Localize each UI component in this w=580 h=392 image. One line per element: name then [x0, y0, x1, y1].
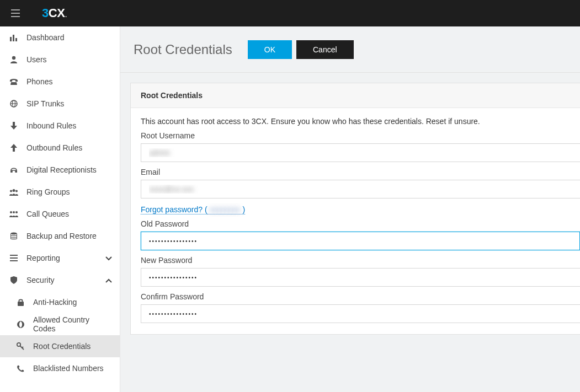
svg-rect-5 [15, 38, 17, 41]
panel-description: This account has root access to 3CX. Ens… [141, 117, 580, 126]
sidebar-label: Phones [26, 77, 112, 86]
globe-thick-icon [14, 321, 26, 328]
email-label: Email [141, 168, 580, 176]
root-username-input[interactable] [141, 143, 580, 162]
svg-rect-0 [11, 9, 20, 10]
svg-rect-19 [10, 255, 18, 256]
sidebar-subitem-root-credentials[interactable]: Root Credentials [0, 335, 120, 357]
ok-button[interactable]: OK [248, 40, 292, 59]
svg-point-16 [13, 211, 15, 213]
sidebar-label: Blacklisted Numbers [33, 364, 112, 373]
sidebar-item-ring-groups[interactable]: Ring Groups [0, 181, 120, 203]
logo-cx: CX [49, 6, 65, 20]
sidebar-item-digital-receptionists[interactable]: Digital Receptionists [0, 159, 120, 181]
forgot-password-link[interactable]: Forgot password? (xxxxxxxx) [141, 205, 245, 214]
top-bar: 3CX. [0, 0, 580, 26]
svg-point-17 [15, 211, 18, 213]
sidebar-item-dashboard[interactable]: Dashboard [0, 26, 120, 49]
queue-icon [8, 211, 20, 217]
page-title: Root Credentials [134, 42, 232, 57]
sidebar-label: Users [26, 55, 112, 64]
arrow-up-icon [8, 144, 20, 152]
sidebar-label: Security [26, 276, 105, 284]
sidebar-label: SIP Trunks [26, 99, 112, 108]
svg-rect-20 [10, 257, 18, 259]
svg-point-13 [10, 190, 12, 192]
svg-rect-11 [15, 170, 17, 173]
sidebar-item-outbound-rules[interactable]: Outbound Rules [0, 137, 120, 159]
sidebar-item-call-queues[interactable]: Call Queues [0, 203, 120, 225]
chevron-down-icon [105, 254, 112, 262]
new-password-input[interactable] [141, 268, 580, 287]
svg-point-15 [10, 211, 12, 213]
users-group-icon [8, 189, 20, 196]
sidebar-subitem-allowed-country-codes[interactable]: Allowed Country Codes [0, 313, 120, 335]
key-icon [14, 342, 26, 350]
email-input[interactable] [141, 180, 580, 198]
user-icon [8, 56, 20, 63]
logo-dot: . [65, 12, 66, 18]
phone-old-icon [8, 78, 20, 85]
forgot-password-row: Forgot password? (xxxxxxxx) [141, 205, 580, 214]
svg-point-12 [13, 189, 15, 192]
sidebar-label: Inbound Rules [26, 121, 112, 130]
new-password-label: New Password [141, 256, 580, 265]
sidebar-item-sip-trunks[interactable]: SIP Trunks [0, 93, 120, 115]
svg-rect-10 [10, 170, 12, 173]
sidebar-label: Root Credentials [33, 342, 112, 351]
headset-icon [8, 166, 20, 174]
list-icon [8, 255, 20, 261]
sidebar-label: Dashboard [26, 33, 112, 42]
logo-3: 3 [42, 6, 49, 20]
sidebar-label: Call Queues [26, 210, 112, 218]
globe-icon [8, 100, 20, 108]
sidebar-label: Reporting [26, 254, 105, 262]
sidebar-label: Backup and Restore [26, 232, 112, 240]
sidebar-label: Digital Receptionists [26, 165, 112, 174]
confirm-password-input[interactable] [141, 304, 580, 323]
chevron-up-icon [105, 276, 112, 284]
svg-rect-4 [13, 35, 14, 41]
svg-rect-3 [10, 37, 12, 41]
sidebar-item-users[interactable]: Users [0, 49, 120, 71]
main-content: Root Credentials OK Cancel Root Credenti… [120, 26, 580, 392]
svg-point-6 [12, 56, 15, 60]
sidebar-item-security[interactable]: Security [0, 269, 120, 291]
sidebar-subitem-blacklisted-numbers[interactable]: Blacklisted Numbers [0, 357, 120, 379]
sidebar-subitem-anti-hacking[interactable]: Anti-Hacking [0, 291, 120, 313]
sidebar-item-reporting[interactable]: Reporting [0, 247, 120, 269]
svg-rect-2 [11, 16, 20, 17]
svg-line-27 [22, 347, 23, 348]
confirm-password-label: Confirm Password [141, 292, 580, 301]
sidebar-label: Outbound Rules [26, 143, 112, 152]
sidebar-label: Anti-Hacking [33, 298, 112, 307]
bar-chart-icon [8, 34, 20, 41]
root-credentials-panel: Root Credentials This account has root a… [130, 83, 580, 335]
database-icon [8, 232, 20, 240]
svg-rect-21 [10, 260, 18, 261]
arrow-down-icon [8, 122, 20, 130]
page-header: Root Credentials OK Cancel [120, 26, 580, 73]
cancel-button[interactable]: Cancel [296, 40, 354, 59]
panel-heading: Root Credentials [131, 83, 580, 108]
svg-point-14 [15, 190, 18, 192]
root-username-label: Root Username [141, 131, 580, 140]
sidebar: Dashboard Users Phones SIP Trunks Inboun… [0, 26, 120, 392]
sidebar-label: Allowed Country Codes [33, 315, 112, 333]
old-password-input[interactable] [141, 232, 580, 250]
sidebar-item-inbound-rules[interactable]: Inbound Rules [0, 115, 120, 137]
svg-rect-22 [18, 302, 24, 306]
svg-rect-1 [11, 13, 20, 14]
lock-icon [14, 299, 26, 306]
shield-icon [8, 276, 20, 284]
logo: 3CX. [42, 6, 67, 20]
sidebar-item-backup-restore[interactable]: Backup and Restore [0, 225, 120, 247]
old-password-label: Old Password [141, 219, 580, 228]
sidebar-item-phones[interactable]: Phones [0, 71, 120, 93]
phone-icon [14, 365, 26, 372]
hamburger-menu-icon[interactable] [11, 9, 20, 17]
svg-point-18 [11, 233, 17, 235]
sidebar-label: Ring Groups [26, 187, 112, 196]
